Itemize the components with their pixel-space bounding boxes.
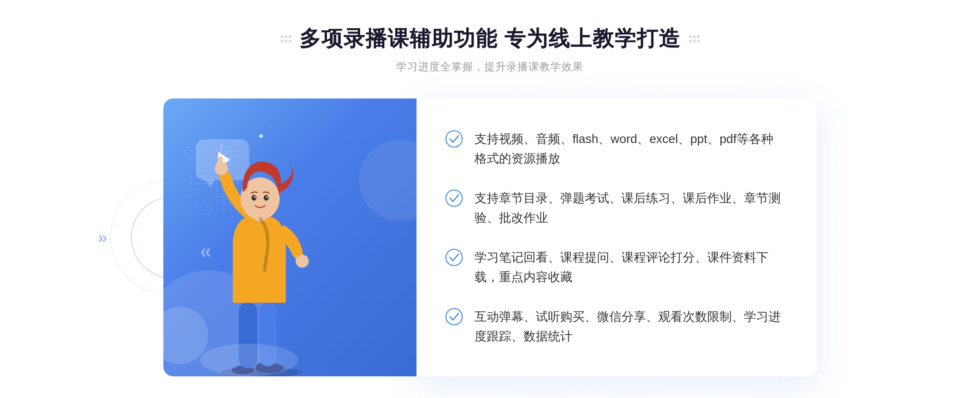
svg-point-15 [254,196,256,198]
svg-point-25 [446,249,462,266]
svg-rect-10 [223,162,227,171]
svg-point-23 [446,131,462,147]
svg-point-14 [252,195,256,201]
left-arrow-icon: » [98,228,107,247]
page-container: 多项录播课辅助功能 专为线上教学打造 学习进度全掌握，提升录播课教学效果 » [0,0,980,398]
feature-text-1: 支持视频、音频、flash、word、excel、ppt、pdf等各种格式的资源… [474,129,784,168]
svg-point-11 [296,255,309,268]
content-panel: 支持视频、音频、flash、word、excel、ppt、pdf等各种格式的资源… [416,98,817,376]
header-section: 多项录播课辅助功能 专为线上教学打造 学习进度全掌握，提升录播课教学效果 [281,25,699,74]
page-subtitle: 学习进度全掌握，提升录播课教学效果 [281,60,699,74]
svg-point-24 [446,190,462,206]
check-icon-3 [445,248,463,266]
feature-item-2: 支持章节目录、弹题考试、课后练习、课后作业、章节测验、批改作业 [445,180,784,236]
illus-circle-medium [359,139,416,221]
check-icon-2 [445,189,463,207]
feature-item-1: 支持视频、音频、flash、word、excel、ppt、pdf等各种格式的资源… [445,121,784,177]
svg-line-20 [221,151,232,156]
svg-point-16 [264,195,269,201]
right-title-decoration [689,35,699,42]
svg-line-19 [210,152,221,156]
feature-text-4: 互动弹幕、试听购买、微信分享、观看次数限制、学习进度跟踪、数据统计 [474,307,784,346]
left-title-decoration [281,35,291,42]
feature-item-3: 学习笔记回看、课程提问、课程评论打分、课件资料下载，重点内容收藏 [445,239,784,295]
svg-text:«: « [200,239,212,262]
sparkle-icon-2: · [270,123,271,130]
svg-rect-9 [216,162,220,171]
svg-point-22 [200,344,298,376]
illustration-panel: ✦ · [163,98,416,376]
feature-text-2: 支持章节目录、弹题考试、课后练习、课后作业、章节测验、批改作业 [474,188,784,228]
person-illustration: « [188,131,335,376]
svg-point-26 [446,309,462,325]
check-icon-4 [445,308,463,326]
page-title: 多项录播课辅助功能 专为线上教学打造 [299,25,681,53]
content-section: » ✦ · [163,98,817,376]
check-icon-1 [445,130,463,148]
title-row: 多项录播课辅助功能 专为线上教学打造 [281,25,699,53]
feature-text-3: 学习笔记回看、课程提问、课程评论打分、课件资料下载，重点内容收藏 [474,248,784,287]
feature-item-4: 互动弹幕、试听购买、微信分享、观看次数限制、学习进度跟踪、数据统计 [445,299,784,354]
svg-point-17 [266,196,268,198]
